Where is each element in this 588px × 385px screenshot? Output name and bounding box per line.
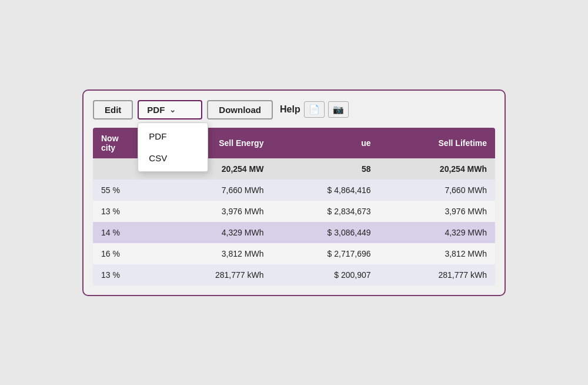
video-icon: 📷: [333, 104, 344, 114]
cell-sell-lifetime: 7,660 MWh: [379, 180, 495, 201]
cell-now-capacity: 13 %: [93, 264, 156, 286]
format-dropdown-menu: PDFCSV: [138, 122, 208, 172]
cell-sell-energy: 7,660 MWh: [156, 180, 272, 201]
cell-value: $ 2,717,696: [272, 243, 379, 264]
cell-value: $ 4,864,416: [272, 180, 379, 201]
cell-value: $ 200,907: [272, 264, 379, 286]
table-row: 14 % 4,329 MWh $ 3,086,449 4,329 MWh: [93, 222, 495, 243]
table-row: 13 % 281,777 kWh $ 200,907 281,777 kWh: [93, 264, 495, 286]
cell-sell-lifetime: 281,777 kWh: [379, 264, 495, 286]
format-dropdown-label: PDF: [147, 105, 165, 115]
cell-value: $ 3,086,449: [272, 222, 379, 243]
col-header-sell-lifetime: Sell Lifetime: [379, 128, 495, 158]
cell-sell-lifetime: 4,329 MWh: [379, 222, 495, 243]
cell-now-capacity: 14 %: [93, 222, 156, 243]
table-row: 55 % 7,660 MWh $ 4,864,416 7,660 MWh: [93, 180, 495, 201]
table-row: 13 % 3,976 MWh $ 2,834,673 3,976 MWh: [93, 201, 495, 222]
col-header-value: ue: [272, 128, 379, 158]
cell-now-capacity: 16 %: [93, 243, 156, 264]
cell-sell-energy: 4,329 MWh: [156, 222, 272, 243]
help-area: Help 📄 📷: [280, 101, 349, 118]
cell-sell-energy: 3,812 MWh: [156, 243, 272, 264]
cell-sell-lifetime: 3,976 MWh: [379, 201, 495, 222]
document-icon: 📄: [309, 104, 320, 114]
cell-now-capacity: 55 %: [93, 180, 156, 201]
cell-sell-energy: 3,976 MWh: [156, 201, 272, 222]
help-doc-button[interactable]: 📄: [304, 101, 325, 118]
total-value: 58: [272, 158, 379, 180]
toolbar: Edit PDF ⌄ PDFCSV Download Help 📄 📷: [93, 100, 495, 120]
cell-value: $ 2,834,673: [272, 201, 379, 222]
download-button[interactable]: Download: [207, 100, 273, 120]
format-dropdown-wrapper: PDF ⌄ PDFCSV: [138, 100, 202, 120]
format-option-pdf[interactable]: PDF: [138, 125, 208, 147]
cell-now-capacity: 13 %: [93, 201, 156, 222]
format-option-csv[interactable]: CSV: [138, 147, 208, 169]
format-dropdown-button[interactable]: PDF ⌄: [138, 100, 202, 120]
edit-button[interactable]: Edit: [93, 100, 133, 120]
table-row: 16 % 3,812 MWh $ 2,717,696 3,812 MWh: [93, 243, 495, 264]
total-sell-lifetime: 20,254 MWh: [379, 158, 495, 180]
cell-sell-energy: 281,777 kWh: [156, 264, 272, 286]
main-panel: Edit PDF ⌄ PDFCSV Download Help 📄 📷 Nowc…: [82, 89, 506, 296]
cell-sell-lifetime: 3,812 MWh: [379, 243, 495, 264]
help-label: Help: [280, 104, 300, 115]
help-video-button[interactable]: 📷: [328, 101, 349, 118]
chevron-down-icon: ⌄: [169, 105, 176, 114]
